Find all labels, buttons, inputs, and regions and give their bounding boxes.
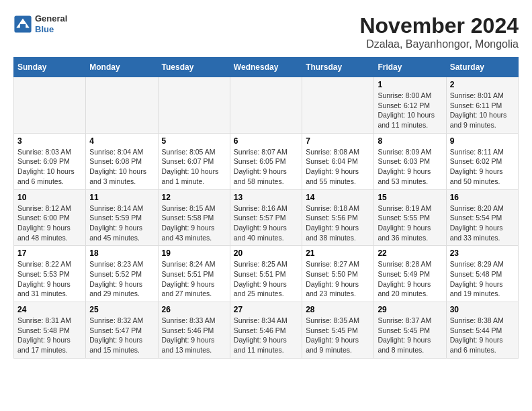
svg-rect-2: [20, 24, 26, 29]
calendar-cell: 14Sunrise: 8:18 AM Sunset: 5:56 PM Dayli…: [302, 189, 374, 246]
header-saturday: Saturday: [446, 58, 518, 77]
day-info: Sunrise: 8:11 AM Sunset: 6:02 PM Dayligh…: [450, 147, 515, 187]
calendar-cell: 22Sunrise: 8:28 AM Sunset: 5:49 PM Dayli…: [374, 246, 446, 302]
logo-general: General: [35, 13, 67, 24]
day-number: 12: [162, 193, 226, 202]
day-info: Sunrise: 8:31 AM Sunset: 5:48 PM Dayligh…: [17, 316, 82, 355]
day-info: Sunrise: 8:19 AM Sunset: 5:55 PM Dayligh…: [378, 203, 442, 243]
day-number: 26: [162, 305, 226, 314]
day-info: Sunrise: 8:07 AM Sunset: 6:05 PM Dayligh…: [234, 147, 298, 187]
day-number: 23: [450, 248, 515, 258]
page-header: General Blue November 2024 Dzalaa, Bayan…: [13, 13, 519, 50]
calendar-cell: 6Sunrise: 8:07 AM Sunset: 6:05 PM Daylig…: [230, 133, 302, 189]
header-friday: Friday: [374, 58, 446, 77]
day-info: Sunrise: 8:08 AM Sunset: 6:04 PM Dayligh…: [306, 147, 370, 187]
day-info: Sunrise: 8:20 AM Sunset: 5:54 PM Dayligh…: [450, 203, 515, 243]
day-info: Sunrise: 8:04 AM Sunset: 6:08 PM Dayligh…: [89, 147, 154, 187]
page-subtitle: Dzalaa, Bayanhongor, Mongolia: [359, 38, 519, 50]
header-wednesday: Wednesday: [230, 58, 302, 77]
header-thursday: Thursday: [302, 58, 374, 77]
day-info: Sunrise: 8:33 AM Sunset: 5:46 PM Dayligh…: [162, 316, 226, 355]
logo-icon: [13, 15, 32, 34]
calendar-cell: 3Sunrise: 8:03 AM Sunset: 6:09 PM Daylig…: [14, 133, 86, 189]
calendar-cell: 10Sunrise: 8:12 AM Sunset: 6:00 PM Dayli…: [14, 189, 86, 246]
day-info: Sunrise: 8:28 AM Sunset: 5:49 PM Dayligh…: [378, 259, 442, 299]
day-number: 14: [306, 193, 370, 202]
day-number: 19: [162, 248, 226, 258]
day-info: Sunrise: 8:34 AM Sunset: 5:46 PM Dayligh…: [234, 316, 298, 355]
day-number: 3: [17, 136, 82, 146]
calendar-cell: 27Sunrise: 8:34 AM Sunset: 5:46 PM Dayli…: [230, 302, 302, 359]
calendar-cell: 26Sunrise: 8:33 AM Sunset: 5:46 PM Dayli…: [158, 302, 230, 359]
calendar-cell: [86, 77, 158, 134]
day-info: Sunrise: 8:01 AM Sunset: 6:11 PM Dayligh…: [450, 91, 515, 130]
calendar-cell: 9Sunrise: 8:11 AM Sunset: 6:02 PM Daylig…: [446, 133, 518, 189]
day-number: 11: [89, 193, 154, 202]
day-info: Sunrise: 8:29 AM Sunset: 5:48 PM Dayligh…: [450, 259, 515, 299]
day-number: 17: [17, 248, 82, 258]
calendar-cell: 21Sunrise: 8:27 AM Sunset: 5:50 PM Dayli…: [302, 246, 374, 302]
calendar-cell: 11Sunrise: 8:14 AM Sunset: 5:59 PM Dayli…: [86, 189, 158, 246]
day-info: Sunrise: 8:09 AM Sunset: 6:03 PM Dayligh…: [378, 147, 442, 187]
logo: General Blue: [13, 13, 67, 34]
day-info: Sunrise: 8:22 AM Sunset: 5:53 PM Dayligh…: [17, 259, 82, 299]
calendar-cell: 23Sunrise: 8:29 AM Sunset: 5:48 PM Dayli…: [446, 246, 518, 302]
calendar-cell: 8Sunrise: 8:09 AM Sunset: 6:03 PM Daylig…: [374, 133, 446, 189]
day-number: 13: [234, 193, 298, 202]
header-monday: Monday: [86, 58, 158, 77]
day-info: Sunrise: 8:14 AM Sunset: 5:59 PM Dayligh…: [89, 203, 154, 243]
calendar-cell: 16Sunrise: 8:20 AM Sunset: 5:54 PM Dayli…: [446, 189, 518, 246]
day-info: Sunrise: 8:15 AM Sunset: 5:58 PM Dayligh…: [162, 203, 226, 243]
day-number: 24: [17, 305, 82, 314]
calendar-cell: 7Sunrise: 8:08 AM Sunset: 6:04 PM Daylig…: [302, 133, 374, 189]
calendar-week-row: 24Sunrise: 8:31 AM Sunset: 5:48 PM Dayli…: [14, 302, 519, 359]
day-number: 7: [306, 136, 370, 146]
day-number: 8: [378, 136, 442, 146]
header-tuesday: Tuesday: [158, 58, 230, 77]
day-number: 20: [234, 248, 298, 258]
calendar-cell: 25Sunrise: 8:32 AM Sunset: 5:47 PM Dayli…: [86, 302, 158, 359]
day-info: Sunrise: 8:25 AM Sunset: 5:51 PM Dayligh…: [234, 259, 298, 299]
day-number: 4: [89, 136, 154, 146]
day-info: Sunrise: 8:27 AM Sunset: 5:50 PM Dayligh…: [306, 259, 370, 299]
calendar-cell: 29Sunrise: 8:37 AM Sunset: 5:45 PM Dayli…: [374, 302, 446, 359]
calendar-cell: 1Sunrise: 8:00 AM Sunset: 6:12 PM Daylig…: [374, 77, 446, 134]
day-info: Sunrise: 8:03 AM Sunset: 6:09 PM Dayligh…: [17, 147, 82, 187]
day-number: 16: [450, 193, 515, 202]
calendar-cell: 15Sunrise: 8:19 AM Sunset: 5:55 PM Dayli…: [374, 189, 446, 246]
day-info: Sunrise: 8:12 AM Sunset: 6:00 PM Dayligh…: [17, 203, 82, 243]
calendar-week-row: 3Sunrise: 8:03 AM Sunset: 6:09 PM Daylig…: [14, 133, 519, 189]
title-block: November 2024 Dzalaa, Bayanhongor, Mongo…: [359, 13, 519, 50]
calendar-cell: 30Sunrise: 8:38 AM Sunset: 5:44 PM Dayli…: [446, 302, 518, 359]
calendar-cell: 17Sunrise: 8:22 AM Sunset: 5:53 PM Dayli…: [14, 246, 86, 302]
day-number: 10: [17, 193, 82, 202]
day-number: 21: [306, 248, 370, 258]
day-info: Sunrise: 8:23 AM Sunset: 5:52 PM Dayligh…: [89, 259, 154, 299]
calendar-week-row: 10Sunrise: 8:12 AM Sunset: 6:00 PM Dayli…: [14, 189, 519, 246]
calendar-week-row: 17Sunrise: 8:22 AM Sunset: 5:53 PM Dayli…: [14, 246, 519, 302]
day-info: Sunrise: 8:18 AM Sunset: 5:56 PM Dayligh…: [306, 203, 370, 243]
calendar-cell: 4Sunrise: 8:04 AM Sunset: 6:08 PM Daylig…: [86, 133, 158, 189]
calendar-cell: [14, 77, 86, 134]
calendar-cell: [302, 77, 374, 134]
day-number: 28: [306, 305, 370, 314]
calendar-cell: 13Sunrise: 8:16 AM Sunset: 5:57 PM Dayli…: [230, 189, 302, 246]
day-info: Sunrise: 8:35 AM Sunset: 5:45 PM Dayligh…: [306, 316, 370, 355]
calendar-cell: 24Sunrise: 8:31 AM Sunset: 5:48 PM Dayli…: [14, 302, 86, 359]
header-sunday: Sunday: [14, 58, 86, 77]
day-info: Sunrise: 8:00 AM Sunset: 6:12 PM Dayligh…: [378, 91, 442, 130]
calendar-week-row: 1Sunrise: 8:00 AM Sunset: 6:12 PM Daylig…: [14, 77, 519, 134]
calendar-cell: 28Sunrise: 8:35 AM Sunset: 5:45 PM Dayli…: [302, 302, 374, 359]
day-number: 18: [89, 248, 154, 258]
day-number: 1: [378, 80, 442, 89]
calendar-cell: 2Sunrise: 8:01 AM Sunset: 6:11 PM Daylig…: [446, 77, 518, 134]
logo-blue: Blue: [35, 24, 67, 35]
calendar-cell: 19Sunrise: 8:24 AM Sunset: 5:51 PM Dayli…: [158, 246, 230, 302]
day-info: Sunrise: 8:37 AM Sunset: 5:45 PM Dayligh…: [378, 316, 442, 355]
calendar-cell: 12Sunrise: 8:15 AM Sunset: 5:58 PM Dayli…: [158, 189, 230, 246]
day-number: 27: [234, 305, 298, 314]
day-info: Sunrise: 8:16 AM Sunset: 5:57 PM Dayligh…: [234, 203, 298, 243]
calendar-cell: 20Sunrise: 8:25 AM Sunset: 5:51 PM Dayli…: [230, 246, 302, 302]
day-number: 29: [378, 305, 442, 314]
day-number: 15: [378, 193, 442, 202]
